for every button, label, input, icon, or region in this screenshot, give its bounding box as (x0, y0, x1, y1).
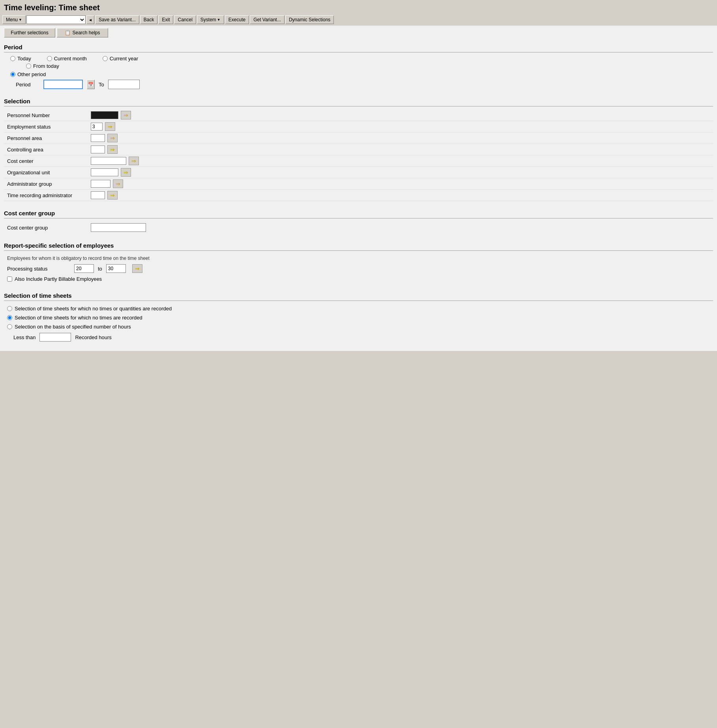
ts-option3-row: Selection on the basis of specified numb… (4, 322, 713, 331)
period-to-input[interactable] (108, 80, 140, 89)
ts-option2-radio[interactable] (7, 315, 12, 320)
period-field-label: Period (16, 82, 39, 88)
processing-status-to-label: to (98, 266, 102, 272)
menu-dropdown-icon: ▼ (19, 18, 22, 22)
cost-center-group-input[interactable] (91, 223, 146, 232)
cost-center-label: Cost center (4, 158, 91, 164)
from-today-label: From today (33, 63, 59, 69)
to-label: To (99, 82, 104, 88)
current-month-radio[interactable] (47, 56, 52, 61)
period-calendar-button[interactable]: 📅 (87, 80, 95, 89)
cost-center-lookup-button[interactable]: ⇒ (129, 157, 139, 165)
controlling-area-input[interactable] (91, 146, 105, 153)
table-row: Organizational unit ⇒ (4, 167, 713, 178)
cost-center-input[interactable] (91, 157, 126, 165)
get-variant-button[interactable]: Get Variant... (250, 15, 285, 24)
selection-grid: Personnel Number ⇒ Employment status (4, 110, 713, 201)
time-recording-admin-input[interactable] (91, 191, 105, 199)
table-row: Cost center ⇒ (4, 155, 713, 167)
personnel-number-label: Personnel Number (4, 112, 91, 118)
calendar-icon: 📅 (88, 82, 94, 87)
administrator-group-label: Administrator group (4, 181, 91, 187)
system-label: System (200, 17, 216, 22)
administrator-group-lookup-button[interactable]: ⇒ (113, 179, 123, 188)
cost-center-group-row: Cost center group (4, 222, 713, 233)
exit-button[interactable]: Exit (158, 15, 173, 24)
lookup-icon: ⇒ (116, 181, 120, 187)
table-row: Time recording administrator ⇒ (4, 190, 713, 201)
less-than-label: Less than (13, 334, 36, 340)
variant-dropdown[interactable] (26, 15, 86, 24)
personnel-area-input[interactable] (91, 134, 105, 142)
other-period-radio[interactable] (10, 72, 15, 77)
cost-center-input-area (91, 157, 126, 165)
menu-label: Menu (6, 17, 18, 22)
menu-button[interactable]: Menu ▼ (2, 15, 26, 24)
personnel-number-lookup-button[interactable]: ⇒ (121, 111, 131, 119)
timesheet-selection-section-header: Selection of time sheets (4, 290, 713, 301)
current-month-label: Current month (54, 56, 87, 62)
nav-left-button[interactable]: ◄ (86, 15, 94, 24)
processing-status-to-input[interactable] (106, 264, 126, 273)
organizational-unit-label: Organizational unit (4, 170, 91, 175)
administrator-group-input[interactable] (91, 180, 110, 188)
ts-option2-label: Selection of time sheets for which no ti… (15, 315, 142, 321)
period-section-header: Period (4, 41, 713, 52)
processing-status-lookup-button[interactable]: ⇒ (132, 264, 142, 273)
time-recording-admin-input-area (91, 191, 105, 199)
administrator-group-input-area (91, 180, 110, 188)
execute-button[interactable]: Execute (225, 15, 249, 24)
today-radio[interactable] (10, 56, 15, 61)
back-button[interactable]: Back (140, 15, 158, 24)
also-include-row: Also Include Partly Billable Employees (4, 274, 713, 284)
ts-option1-radio[interactable] (7, 306, 12, 311)
report-specific-description: Employees for whom it is obligatory to r… (4, 254, 713, 263)
lookup-icon: ⇒ (124, 112, 128, 118)
table-row: Controlling area ⇒ (4, 144, 713, 155)
period-from-input[interactable] (43, 80, 83, 89)
further-selections-tab[interactable]: Further selections (4, 28, 55, 37)
personnel-area-lookup-button[interactable]: ⇒ (107, 134, 118, 142)
search-helps-tab[interactable]: 📋Search helps (57, 28, 108, 37)
table-row: Administrator group ⇒ (4, 178, 713, 190)
cancel-button[interactable]: Cancel (174, 15, 196, 24)
controlling-area-input-area (91, 146, 105, 153)
organizational-unit-lookup-button[interactable]: ⇒ (121, 168, 131, 177)
system-button[interactable]: System ▼ (197, 15, 224, 24)
table-row: Personnel area ⇒ (4, 133, 713, 144)
employment-status-input[interactable] (91, 123, 103, 131)
current-year-radio[interactable] (103, 56, 108, 61)
personnel-number-input[interactable] (91, 111, 118, 119)
lookup-icon: ⇒ (110, 146, 115, 153)
personnel-area-label: Personnel area (4, 135, 91, 141)
controlling-area-lookup-button[interactable]: ⇒ (107, 145, 118, 154)
also-include-checkbox[interactable] (7, 276, 12, 282)
organizational-unit-input[interactable] (91, 168, 118, 176)
dynamic-selections-button[interactable]: Dynamic Selections (285, 15, 334, 24)
today-label: Today (17, 56, 31, 62)
ts-option2-row: Selection of time sheets for which no ti… (4, 313, 713, 322)
lookup-icon: ⇒ (110, 135, 115, 141)
lookup-icon: ⇒ (131, 158, 136, 164)
system-dropdown-icon: ▼ (217, 18, 221, 22)
other-period-label: Other period (17, 71, 46, 77)
save-as-variant-button[interactable]: Save as Variant... (95, 15, 139, 24)
employment-status-input-area (91, 123, 103, 131)
current-year-label: Current year (110, 56, 138, 62)
search-helps-icon: 📋 (65, 30, 71, 35)
ts-option3-radio[interactable] (7, 324, 12, 329)
table-row: Employment status ⇒ (4, 121, 713, 133)
recorded-hours-input[interactable] (39, 333, 71, 342)
organizational-unit-input-area (91, 168, 118, 176)
also-include-label: Also Include Partly Billable Employees (15, 276, 102, 282)
employment-status-lookup-button[interactable]: ⇒ (105, 122, 115, 131)
processing-status-from-input[interactable] (74, 264, 94, 273)
cost-center-group-label: Cost center group (4, 225, 91, 231)
nav-left-icon: ◄ (88, 18, 92, 22)
from-today-radio[interactable] (26, 63, 31, 69)
recorded-hours-label: Recorded hours (75, 334, 112, 340)
time-recording-admin-lookup-button[interactable]: ⇒ (107, 191, 118, 200)
ts-option3-label: Selection on the basis of specified numb… (15, 324, 131, 330)
selection-section-header: Selection (4, 95, 713, 106)
controlling-area-label: Controlling area (4, 147, 91, 153)
